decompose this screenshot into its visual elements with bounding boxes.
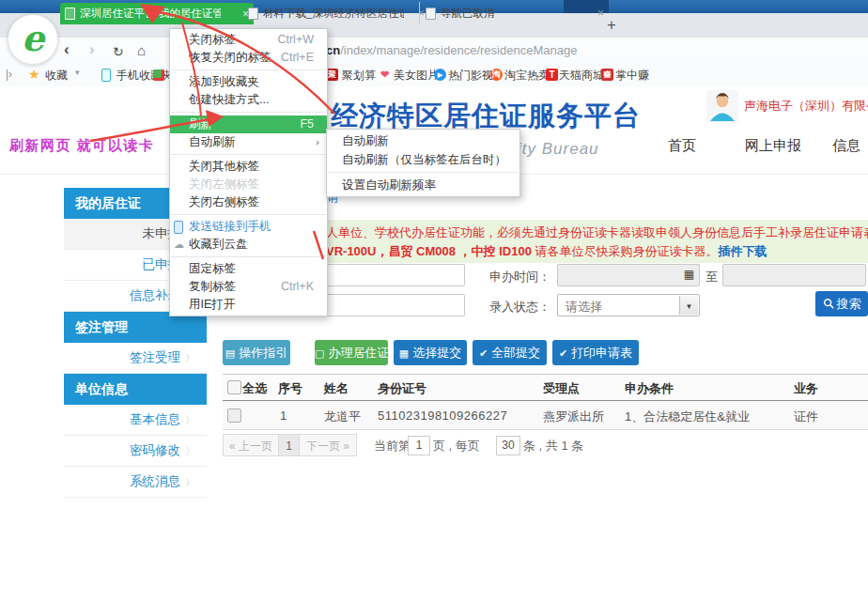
grid-icon: ▦	[399, 347, 409, 359]
favicon[interactable]	[153, 69, 164, 81]
button-label: 打印申请表	[571, 346, 632, 360]
submenu-item-auto-refresh-background[interactable]: 自动刷新（仅当标签在后台时）	[327, 150, 519, 169]
apply-permit-button[interactable]: ▢办理居住证	[315, 340, 388, 365]
check-icon: ✔	[559, 347, 567, 359]
nav-info[interactable]: 信息	[832, 137, 860, 155]
favorites-button[interactable]: 收藏	[45, 68, 68, 84]
dropdown-arrow-icon: ▼	[686, 302, 693, 311]
print-application-button[interactable]: ✔打印申请表	[552, 340, 639, 365]
col-header-condition: 申办条件	[625, 380, 674, 397]
menu-item-create-shortcut[interactable]: 创建快捷方式...	[170, 91, 327, 109]
menu-item-duplicate-tab[interactable]: 复制标签Ctrl+K	[170, 278, 327, 296]
menu-item-add-to-favorites[interactable]: 添加到收藏夹	[170, 73, 327, 91]
menu-separator	[171, 214, 326, 215]
menu-item-send-link-to-phone[interactable]: 发送链接到手机	[170, 218, 327, 236]
browser-logo-icon[interactable]: e	[8, 14, 58, 65]
sidebar-item-password-change[interactable]: 密码修改〉	[64, 436, 207, 467]
bookmark-beauty-pics[interactable]: 美女图片	[394, 68, 439, 84]
menu-label: 添加到收藏夹	[189, 75, 259, 88]
submit-all-button[interactable]: ✔全部提交	[473, 340, 547, 365]
menu-label: 关闭右侧标签	[189, 195, 259, 208]
url-path: /index/manage/residence/residenceManage	[340, 43, 577, 57]
sidebar-expander-icon[interactable]: |›	[6, 68, 12, 81]
next-page-button[interactable]: 下一页 »	[299, 434, 357, 456]
check-icon: ✔	[479, 347, 488, 359]
nav-home[interactable]: 首页	[668, 137, 696, 155]
shortcut: Ctrl+E	[281, 49, 314, 67]
cell-no: 1	[280, 408, 287, 423]
back-icon[interactable]: ‹	[64, 39, 70, 60]
tab-residence-platform[interactable]: 深圳居住证平台 我的居住证管理 ×	[60, 3, 254, 24]
taobao-icon: 淘	[490, 69, 503, 81]
menu-item-pin-tab[interactable]: 固定标签	[170, 260, 327, 278]
pagination-info-total: 条 , 共 1 条	[523, 438, 583, 455]
bookmark-juhuasuan[interactable]: 聚划算	[342, 68, 376, 84]
bookmark-taobao-hot[interactable]: 淘宝热卖	[504, 68, 550, 84]
refresh-icon[interactable]: ↻	[113, 41, 124, 62]
shortcut: F5	[300, 116, 314, 133]
bookmark-tmall[interactable]: 天猫商城	[559, 68, 604, 84]
home-icon[interactable]: ⌂	[137, 40, 146, 61]
prev-page-button[interactable]: « 上一页	[223, 434, 279, 456]
menu-label: 创建快捷方式...	[189, 93, 269, 106]
address-bar[interactable]: cn/index/manage/residence/residenceManag…	[326, 43, 577, 57]
submenu-arrow-icon: ›	[316, 133, 319, 151]
apply-time-end-input[interactable]	[722, 264, 866, 286]
cell-biz: 证件	[794, 408, 818, 425]
reader-models: VR-100U，昌贸 CM008 ，中控 ID100	[326, 244, 532, 258]
submenu-item-auto-refresh[interactable]: 自动刷新	[327, 131, 519, 150]
menu-item-restore-closed-tab[interactable]: 恢复关闭的标签Ctrl+E	[170, 49, 327, 67]
operation-guide-button[interactable]: ▤操作指引	[223, 340, 290, 365]
menu-separator	[171, 256, 326, 257]
menu-item-refresh[interactable]: 刷新F5	[170, 116, 327, 133]
forward-icon[interactable]: ›	[89, 39, 95, 60]
sidebar-item-visa-accept[interactable]: 签注受理〉	[64, 343, 207, 374]
tab-navigation-canceled[interactable]: 导航已取消 ×	[419, 2, 610, 24]
sidebar-header-company-info: 单位信息	[64, 374, 207, 405]
notice-line2-rest: 请各单位尽快采购身份证读卡器。	[532, 244, 719, 258]
button-label: 办理居住证	[328, 346, 389, 360]
cell-name: 龙道平	[324, 408, 361, 425]
select-all-checkbox[interactable]	[227, 380, 241, 394]
calendar-icon[interactable]: ▦	[684, 268, 694, 281]
sidebar-item-basic-info[interactable]: 基本信息〉	[64, 405, 207, 436]
tab-material-download[interactable]: 材料下载_深圳经济特区居住证 ×	[242, 2, 430, 24]
plugin-download-link[interactable]: 插件下载	[719, 244, 767, 258]
phone-icon	[101, 69, 111, 82]
pagination-info-current: 当前第	[374, 438, 411, 455]
menu-separator	[328, 172, 519, 173]
dropdown-button[interactable]: ▼	[679, 296, 698, 315]
menu-item-auto-refresh[interactable]: 自动刷新›	[170, 133, 327, 151]
menu-item-close-other-tabs[interactable]: 关闭其他标签	[170, 158, 327, 176]
avatar	[706, 90, 738, 122]
menu-item-open-in-ie[interactable]: 用IE打开	[170, 296, 327, 314]
entry-status-label: 录入状态：	[489, 299, 550, 316]
button-label: 全部提交	[491, 346, 540, 360]
menu-item-close-right-tabs[interactable]: 关闭右侧标签	[170, 193, 327, 211]
table-row[interactable]: 1 龙道平 511023198109266227 燕罗派出所 1、合法稳定居住&…	[223, 401, 868, 430]
row-checkbox[interactable]	[227, 408, 241, 423]
nav-online-declare[interactable]: 网上申报	[745, 137, 801, 155]
sidebar-item-system-messages[interactable]: 系统消息〉	[64, 467, 207, 498]
submenu-item-set-refresh-rate[interactable]: 设置自动刷新频率	[327, 176, 519, 194]
button-label: 操作指引	[239, 346, 287, 360]
chevron-down-icon[interactable]: ▾	[75, 68, 80, 77]
menu-item-save-to-cloud[interactable]: ☁收藏到云盘	[170, 236, 327, 254]
search-button[interactable]: 搜索	[815, 291, 868, 316]
entry-status-select[interactable]: 请选择 ▼	[557, 294, 700, 316]
mobile-favorites-button[interactable]: 手机收藏夹	[116, 68, 173, 84]
bookmark-hot-movies[interactable]: 热门影视	[448, 68, 493, 84]
bookmark-zhangzhongzhuan[interactable]: 掌中赚	[615, 68, 649, 84]
phone-icon	[174, 221, 183, 234]
menu-separator	[171, 69, 326, 70]
menu-item-close-tab[interactable]: 关闭标签Ctrl+W	[170, 31, 327, 49]
document-icon: ▢	[315, 347, 324, 359]
to-label: 至	[705, 269, 718, 285]
submit-selected-button[interactable]: ▦选择提交	[394, 340, 467, 365]
current-page-box: 1	[408, 436, 430, 455]
apply-time-start-input[interactable]: ▦	[557, 264, 700, 286]
page-number-button[interactable]: 1	[278, 434, 300, 456]
new-tab-button[interactable]: +	[601, 15, 622, 36]
menu-separator	[171, 112, 326, 113]
logged-in-company[interactable]: 声海电子（深圳）有限公司	[744, 98, 868, 115]
